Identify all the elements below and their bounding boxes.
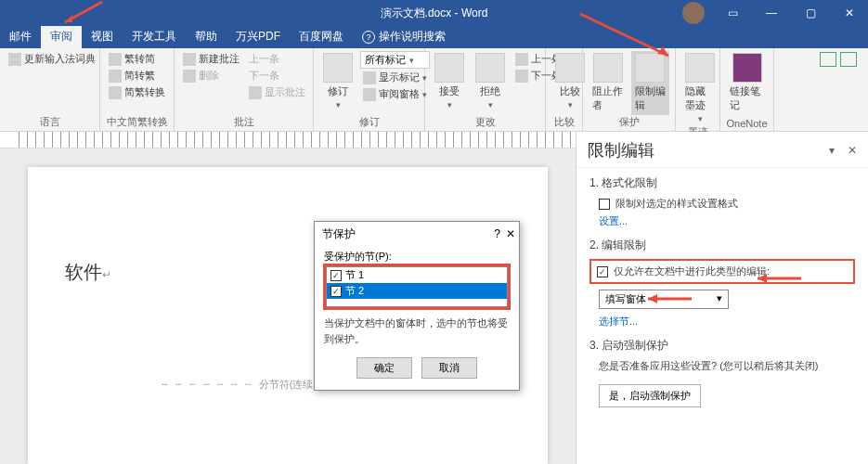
new-comment[interactable]: 新建批注 <box>180 51 242 67</box>
pane-close-icon[interactable]: ✕ <box>848 144 857 157</box>
accept-icon <box>434 53 464 83</box>
conv-icon <box>109 86 122 99</box>
group-ink: 隐藏墨迹▾ 墨迹 <box>676 48 720 131</box>
ok-button[interactable]: 确定 <box>356 357 412 379</box>
markup-icon <box>363 71 376 84</box>
group-comments: 新建批注 删除 上一条 下一条 显示批注 批注 <box>175 48 314 131</box>
tab-wanxing-pdf[interactable]: 万兴PDF <box>227 25 290 48</box>
ink-icon <box>685 53 715 83</box>
show-markup[interactable]: 显示标记▾ <box>360 70 430 85</box>
title-bar: 演示文档.docx - Word ▭ ― ▢ ✕ <box>0 0 868 26</box>
reviewing-pane[interactable]: 审阅窗格▾ <box>360 86 430 102</box>
onenote-icon <box>732 53 762 83</box>
minimize-icon[interactable]: ― <box>753 0 790 26</box>
dialog-close-icon[interactable]: ✕ <box>506 227 515 240</box>
tab-view[interactable]: 视图 <box>82 25 123 48</box>
bulb-icon: ? <box>362 31 375 44</box>
maximize-icon[interactable]: ▢ <box>792 0 829 26</box>
show-comments[interactable]: 显示批注 <box>246 84 308 100</box>
checkbox-icon[interactable]: ✓ <box>597 266 608 277</box>
formatting-restrictions-section: 1. 格式化限制 限制对选定的样式设置格式 设置... <box>589 175 855 228</box>
group-tracking-label: 修订 <box>319 115 419 131</box>
dialog-titlebar[interactable]: 节保护 ? ✕ <box>315 222 519 246</box>
reject-icon <box>475 53 505 83</box>
group-comments-label: 批注 <box>180 115 307 131</box>
reject-change[interactable]: 拒绝▾ <box>472 51 509 115</box>
group-language-label: 语言 <box>6 115 94 131</box>
start-enforcement-button[interactable]: 是，启动强制保护 <box>599 384 701 407</box>
group-onenote: 链接笔记 OneNote <box>720 48 774 131</box>
linked-notes[interactable]: 链接笔记 <box>726 51 768 118</box>
ribbon: 更新输入法词典 语言 繁转简 简转繁 简繁转换 中文简繁转换 新建批注 删除 上… <box>0 48 868 132</box>
track-changes[interactable]: 修订 ▾ <box>319 51 356 115</box>
prev-icon <box>515 53 528 66</box>
delete-comment[interactable]: 删除 <box>180 68 242 84</box>
pane-icon <box>363 88 376 101</box>
restrict-editing-pane: 限制编辑 ▾ ✕ 1. 格式化限制 限制对选定的样式设置格式 设置... 2. … <box>576 132 868 464</box>
accept-change[interactable]: 接受▾ <box>431 51 468 115</box>
tab-review[interactable]: 审阅 <box>41 25 82 48</box>
tell-me-search[interactable]: ? 操作说明搜索 <box>353 25 455 48</box>
simp-trad-conv[interactable]: 简繁转换 <box>106 84 168 100</box>
trad-to-simp[interactable]: 简转繁 <box>106 68 168 84</box>
editing-type-combo[interactable]: 填写窗体▾ <box>599 290 729 309</box>
enforcement-note: 您是否准备应用这些设置? (您可以稍后将其关闭) <box>599 359 855 373</box>
pane-dropdown-icon[interactable]: ▾ <box>829 144 835 157</box>
dialog-title-text: 节保护 <box>322 226 356 242</box>
tab-mail[interactable]: 邮件 <box>0 25 41 48</box>
start-enforcement-section: 3. 启动强制保护 您是否准备应用这些设置? (您可以稍后将其关闭) 是，启动强… <box>589 338 855 407</box>
document-title: 演示文档.docx - Word <box>381 6 488 21</box>
next-icon <box>515 70 528 83</box>
sec3-heading: 3. 启动强制保护 <box>589 338 855 354</box>
window-controls: ▭ ― ▢ ✕ <box>682 0 868 26</box>
group-chinese-conv: 繁转简 简转繁 简繁转换 中文简繁转换 <box>100 48 175 131</box>
markup-display-combo[interactable]: 所有标记▾ <box>360 51 430 69</box>
tell-me-label: 操作说明搜索 <box>379 29 446 45</box>
group-protect: 阻止作者 限制编辑 保护 <box>583 48 676 131</box>
restrict-icon <box>635 53 665 83</box>
next-comment[interactable]: 下一条 <box>246 68 308 84</box>
checkbox-icon[interactable] <box>599 199 610 210</box>
chevron-down-icon: ▾ <box>336 100 341 110</box>
checkbox-icon[interactable]: ✓ <box>330 270 342 281</box>
block-authors[interactable]: 阻止作者 <box>589 51 628 115</box>
ime-icon <box>8 53 21 66</box>
formatting-settings-link[interactable]: 设置... <box>599 214 855 228</box>
ribbon-tabs: 邮件 审阅 视图 开发工具 帮助 万兴PDF 百度网盘 ? 操作说明搜索 <box>0 26 868 48</box>
protected-sections-label: 受保护的节(P): <box>324 250 510 264</box>
select-sections-link[interactable]: 选择节... <box>599 315 855 329</box>
section-item-2[interactable]: ✓节 2 <box>327 283 507 299</box>
allow-editing-checkbox[interactable]: ✓仅允许在文档中进行此类型的编辑: <box>597 264 848 278</box>
pane-title-text: 限制编辑 <box>588 139 654 161</box>
section-item-1[interactable]: ✓节 1 <box>327 267 507 283</box>
checkbox-icon[interactable]: ✓ <box>330 286 342 297</box>
ribbon-display-options-icon[interactable]: ▭ <box>714 0 751 26</box>
section-protection-dialog: 节保护 ? ✕ 受保护的节(P): ✓节 1 ✓节 2 当保护文档中的窗体时，选… <box>314 221 520 391</box>
restrict-editing-button[interactable]: 限制编辑 <box>631 51 670 115</box>
simp-to-trad[interactable]: 繁转简 <box>106 51 168 67</box>
prev-comment[interactable]: 上一条 <box>246 51 308 67</box>
track-icon <box>323 53 353 83</box>
tab-baidu-netdisk[interactable]: 百度网盘 <box>290 25 353 48</box>
tab-help[interactable]: 帮助 <box>186 25 227 48</box>
limit-formatting-checkbox[interactable]: 限制对选定的样式设置格式 <box>599 197 855 211</box>
group-chinese-label: 中文简繁转换 <box>106 115 168 131</box>
delete-icon <box>183 70 196 83</box>
user-avatar[interactable] <box>682 2 705 24</box>
share-icon[interactable] <box>820 52 836 67</box>
tab-developer[interactable]: 开发工具 <box>123 25 186 48</box>
chevron-down-icon: ▾ <box>717 292 722 306</box>
dialog-note: 当保护文档中的窗体时，选中的节也将受到保护。 <box>324 316 510 346</box>
comments-share-icon[interactable] <box>840 52 857 67</box>
sections-listbox[interactable]: ✓节 1 ✓节 2 <box>326 266 508 307</box>
update-ime-dict[interactable]: 更新输入法词典 <box>6 51 98 67</box>
group-tracking: 修订 ▾ 所有标记▾ 显示标记▾ 审阅窗格▾ 修订 <box>314 48 425 131</box>
conv-icon <box>109 70 122 83</box>
cancel-button[interactable]: 取消 <box>421 357 477 379</box>
dialog-help-icon[interactable]: ? <box>494 227 500 240</box>
group-compare-label: 比较 <box>551 115 577 131</box>
close-icon[interactable]: ✕ <box>831 0 868 26</box>
comment-icon <box>183 53 196 66</box>
sec2-heading: 2. 编辑限制 <box>589 238 855 253</box>
hide-ink[interactable]: 隐藏墨迹▾ <box>681 51 719 125</box>
